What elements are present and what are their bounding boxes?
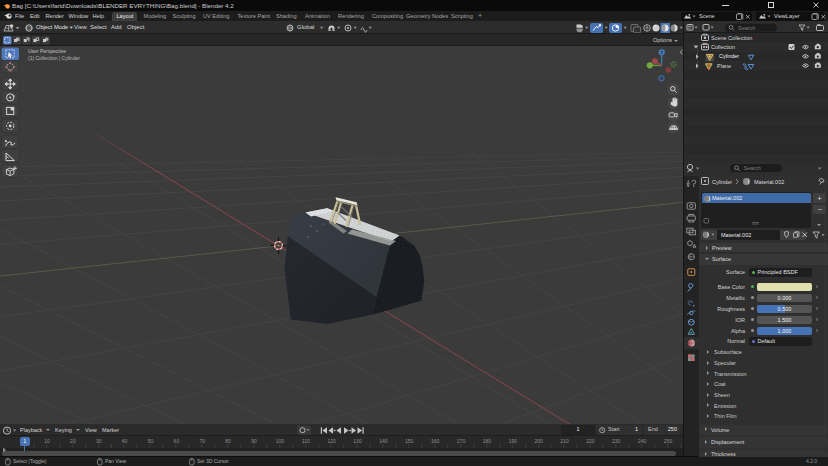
svg-text:Search: Search (744, 165, 761, 171)
svg-text:Search: Search (738, 24, 755, 30)
